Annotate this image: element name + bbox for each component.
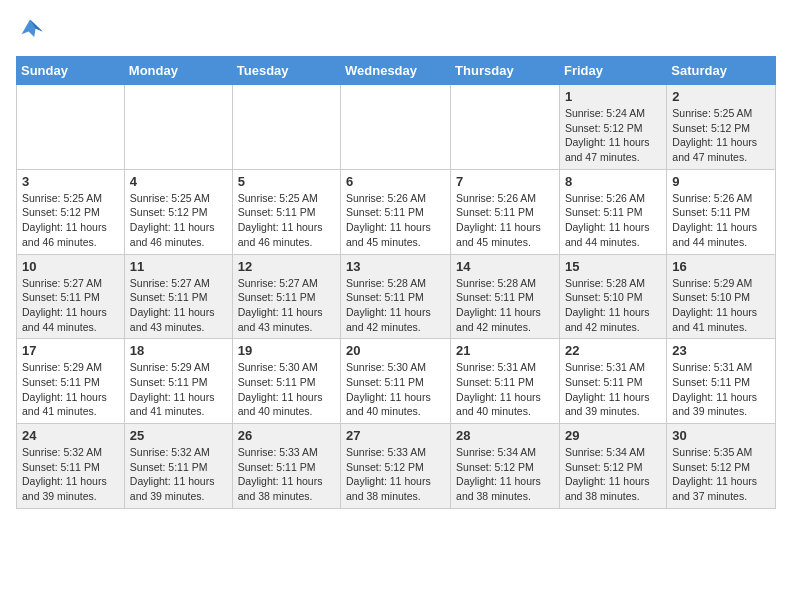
day-number: 8 bbox=[565, 174, 661, 189]
day-number: 25 bbox=[130, 428, 227, 443]
calendar-cell: 9Sunrise: 5:26 AMSunset: 5:11 PMDaylight… bbox=[667, 169, 776, 254]
day-info: Sunrise: 5:30 AMSunset: 5:11 PMDaylight:… bbox=[346, 360, 445, 419]
calendar-header-tuesday: Tuesday bbox=[232, 57, 340, 85]
day-info: Sunrise: 5:34 AMSunset: 5:12 PMDaylight:… bbox=[456, 445, 554, 504]
calendar-cell bbox=[232, 85, 340, 170]
calendar-cell: 13Sunrise: 5:28 AMSunset: 5:11 PMDayligh… bbox=[341, 254, 451, 339]
calendar-cell: 11Sunrise: 5:27 AMSunset: 5:11 PMDayligh… bbox=[124, 254, 232, 339]
calendar-cell: 6Sunrise: 5:26 AMSunset: 5:11 PMDaylight… bbox=[341, 169, 451, 254]
calendar-cell: 8Sunrise: 5:26 AMSunset: 5:11 PMDaylight… bbox=[559, 169, 666, 254]
day-number: 27 bbox=[346, 428, 445, 443]
day-number: 20 bbox=[346, 343, 445, 358]
day-number: 17 bbox=[22, 343, 119, 358]
calendar-cell: 19Sunrise: 5:30 AMSunset: 5:11 PMDayligh… bbox=[232, 339, 340, 424]
day-number: 7 bbox=[456, 174, 554, 189]
day-info: Sunrise: 5:29 AMSunset: 5:11 PMDaylight:… bbox=[130, 360, 227, 419]
calendar-week-row: 1Sunrise: 5:24 AMSunset: 5:12 PMDaylight… bbox=[17, 85, 776, 170]
calendar-cell: 27Sunrise: 5:33 AMSunset: 5:12 PMDayligh… bbox=[341, 424, 451, 509]
day-number: 28 bbox=[456, 428, 554, 443]
calendar-header-monday: Monday bbox=[124, 57, 232, 85]
calendar-cell: 2Sunrise: 5:25 AMSunset: 5:12 PMDaylight… bbox=[667, 85, 776, 170]
day-number: 10 bbox=[22, 259, 119, 274]
day-info: Sunrise: 5:31 AMSunset: 5:11 PMDaylight:… bbox=[456, 360, 554, 419]
day-number: 3 bbox=[22, 174, 119, 189]
calendar-cell: 23Sunrise: 5:31 AMSunset: 5:11 PMDayligh… bbox=[667, 339, 776, 424]
page-header bbox=[16, 16, 776, 44]
logo bbox=[16, 16, 50, 44]
day-info: Sunrise: 5:34 AMSunset: 5:12 PMDaylight:… bbox=[565, 445, 661, 504]
calendar-cell: 28Sunrise: 5:34 AMSunset: 5:12 PMDayligh… bbox=[451, 424, 560, 509]
day-info: Sunrise: 5:30 AMSunset: 5:11 PMDaylight:… bbox=[238, 360, 335, 419]
day-info: Sunrise: 5:26 AMSunset: 5:11 PMDaylight:… bbox=[565, 191, 661, 250]
day-info: Sunrise: 5:27 AMSunset: 5:11 PMDaylight:… bbox=[130, 276, 227, 335]
calendar-week-row: 17Sunrise: 5:29 AMSunset: 5:11 PMDayligh… bbox=[17, 339, 776, 424]
calendar-cell bbox=[451, 85, 560, 170]
calendar-cell: 4Sunrise: 5:25 AMSunset: 5:12 PMDaylight… bbox=[124, 169, 232, 254]
calendar-header-row: SundayMondayTuesdayWednesdayThursdayFrid… bbox=[17, 57, 776, 85]
calendar-week-row: 24Sunrise: 5:32 AMSunset: 5:11 PMDayligh… bbox=[17, 424, 776, 509]
day-number: 16 bbox=[672, 259, 770, 274]
day-info: Sunrise: 5:25 AMSunset: 5:12 PMDaylight:… bbox=[672, 106, 770, 165]
calendar-cell: 18Sunrise: 5:29 AMSunset: 5:11 PMDayligh… bbox=[124, 339, 232, 424]
day-number: 1 bbox=[565, 89, 661, 104]
day-number: 11 bbox=[130, 259, 227, 274]
calendar-cell: 22Sunrise: 5:31 AMSunset: 5:11 PMDayligh… bbox=[559, 339, 666, 424]
day-number: 22 bbox=[565, 343, 661, 358]
calendar-cell: 7Sunrise: 5:26 AMSunset: 5:11 PMDaylight… bbox=[451, 169, 560, 254]
day-number: 29 bbox=[565, 428, 661, 443]
day-info: Sunrise: 5:27 AMSunset: 5:11 PMDaylight:… bbox=[238, 276, 335, 335]
day-info: Sunrise: 5:32 AMSunset: 5:11 PMDaylight:… bbox=[22, 445, 119, 504]
calendar-cell: 16Sunrise: 5:29 AMSunset: 5:10 PMDayligh… bbox=[667, 254, 776, 339]
calendar-cell: 17Sunrise: 5:29 AMSunset: 5:11 PMDayligh… bbox=[17, 339, 125, 424]
day-info: Sunrise: 5:24 AMSunset: 5:12 PMDaylight:… bbox=[565, 106, 661, 165]
day-info: Sunrise: 5:32 AMSunset: 5:11 PMDaylight:… bbox=[130, 445, 227, 504]
calendar-cell: 5Sunrise: 5:25 AMSunset: 5:11 PMDaylight… bbox=[232, 169, 340, 254]
day-info: Sunrise: 5:28 AMSunset: 5:11 PMDaylight:… bbox=[346, 276, 445, 335]
calendar-cell: 26Sunrise: 5:33 AMSunset: 5:11 PMDayligh… bbox=[232, 424, 340, 509]
calendar-cell: 1Sunrise: 5:24 AMSunset: 5:12 PMDaylight… bbox=[559, 85, 666, 170]
day-number: 19 bbox=[238, 343, 335, 358]
day-number: 15 bbox=[565, 259, 661, 274]
day-info: Sunrise: 5:29 AMSunset: 5:10 PMDaylight:… bbox=[672, 276, 770, 335]
day-number: 5 bbox=[238, 174, 335, 189]
day-number: 30 bbox=[672, 428, 770, 443]
day-number: 4 bbox=[130, 174, 227, 189]
calendar-cell bbox=[124, 85, 232, 170]
day-info: Sunrise: 5:26 AMSunset: 5:11 PMDaylight:… bbox=[672, 191, 770, 250]
calendar-cell bbox=[17, 85, 125, 170]
calendar-cell bbox=[341, 85, 451, 170]
day-number: 6 bbox=[346, 174, 445, 189]
day-info: Sunrise: 5:31 AMSunset: 5:11 PMDaylight:… bbox=[565, 360, 661, 419]
day-number: 21 bbox=[456, 343, 554, 358]
day-info: Sunrise: 5:31 AMSunset: 5:11 PMDaylight:… bbox=[672, 360, 770, 419]
day-info: Sunrise: 5:25 AMSunset: 5:12 PMDaylight:… bbox=[130, 191, 227, 250]
calendar-cell: 24Sunrise: 5:32 AMSunset: 5:11 PMDayligh… bbox=[17, 424, 125, 509]
logo-bird-icon bbox=[16, 16, 44, 44]
day-info: Sunrise: 5:26 AMSunset: 5:11 PMDaylight:… bbox=[456, 191, 554, 250]
day-number: 26 bbox=[238, 428, 335, 443]
day-info: Sunrise: 5:25 AMSunset: 5:11 PMDaylight:… bbox=[238, 191, 335, 250]
day-info: Sunrise: 5:28 AMSunset: 5:10 PMDaylight:… bbox=[565, 276, 661, 335]
calendar-cell: 14Sunrise: 5:28 AMSunset: 5:11 PMDayligh… bbox=[451, 254, 560, 339]
calendar-week-row: 10Sunrise: 5:27 AMSunset: 5:11 PMDayligh… bbox=[17, 254, 776, 339]
calendar-cell: 10Sunrise: 5:27 AMSunset: 5:11 PMDayligh… bbox=[17, 254, 125, 339]
calendar-header-saturday: Saturday bbox=[667, 57, 776, 85]
calendar-header-wednesday: Wednesday bbox=[341, 57, 451, 85]
calendar-header-sunday: Sunday bbox=[17, 57, 125, 85]
day-info: Sunrise: 5:33 AMSunset: 5:11 PMDaylight:… bbox=[238, 445, 335, 504]
day-info: Sunrise: 5:26 AMSunset: 5:11 PMDaylight:… bbox=[346, 191, 445, 250]
calendar-cell: 20Sunrise: 5:30 AMSunset: 5:11 PMDayligh… bbox=[341, 339, 451, 424]
day-number: 12 bbox=[238, 259, 335, 274]
day-info: Sunrise: 5:33 AMSunset: 5:12 PMDaylight:… bbox=[346, 445, 445, 504]
day-number: 24 bbox=[22, 428, 119, 443]
day-number: 23 bbox=[672, 343, 770, 358]
day-info: Sunrise: 5:35 AMSunset: 5:12 PMDaylight:… bbox=[672, 445, 770, 504]
day-number: 13 bbox=[346, 259, 445, 274]
day-number: 9 bbox=[672, 174, 770, 189]
calendar-cell: 29Sunrise: 5:34 AMSunset: 5:12 PMDayligh… bbox=[559, 424, 666, 509]
calendar-week-row: 3Sunrise: 5:25 AMSunset: 5:12 PMDaylight… bbox=[17, 169, 776, 254]
day-info: Sunrise: 5:25 AMSunset: 5:12 PMDaylight:… bbox=[22, 191, 119, 250]
day-info: Sunrise: 5:28 AMSunset: 5:11 PMDaylight:… bbox=[456, 276, 554, 335]
calendar-cell: 3Sunrise: 5:25 AMSunset: 5:12 PMDaylight… bbox=[17, 169, 125, 254]
day-number: 14 bbox=[456, 259, 554, 274]
